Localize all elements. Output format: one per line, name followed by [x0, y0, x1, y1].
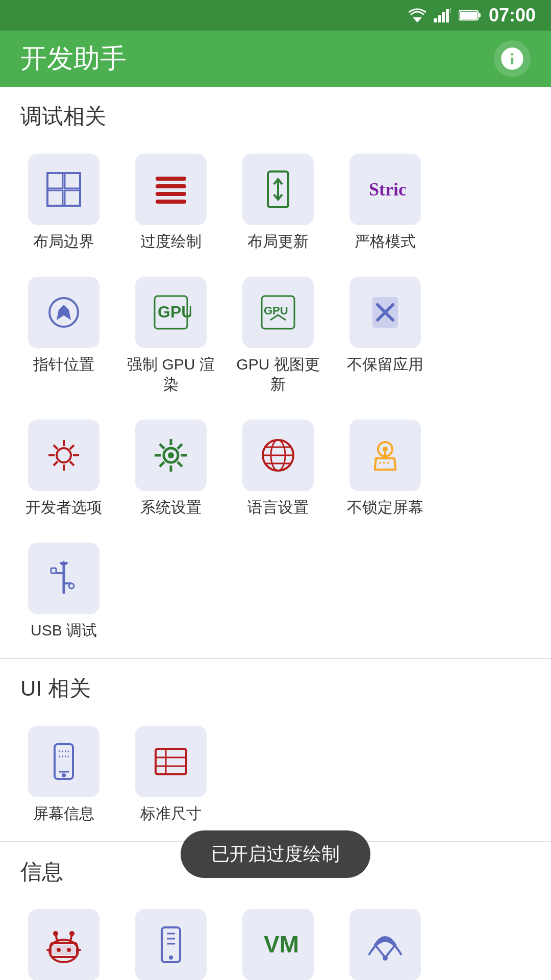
dev-options-icon	[43, 435, 84, 476]
svg-rect-1	[434, 18, 437, 22]
icon-standard-size	[135, 726, 207, 797]
label-layout-update: 布局更新	[247, 231, 309, 251]
wifi-icon	[409, 8, 426, 22]
label-language: 语言设置	[247, 497, 309, 517]
svg-point-76	[69, 931, 74, 936]
svg-line-45	[160, 462, 164, 467]
item-hardware[interactable]: 硬件	[120, 899, 222, 980]
svg-text:GPU: GPU	[264, 304, 288, 317]
item-pointer[interactable]: 指针位置	[13, 266, 115, 404]
gpu-view-update-icon: GPU	[258, 292, 298, 333]
svg-rect-12	[47, 190, 63, 206]
item-language[interactable]: 语言设置	[227, 409, 329, 527]
gpu-render-icon: GPU	[151, 292, 191, 333]
svg-point-65	[62, 773, 66, 777]
icon-pointer	[28, 277, 99, 348]
svg-rect-66	[156, 749, 186, 774]
ui-grid: 屏幕信息 标准尺寸	[0, 713, 551, 836]
svg-line-43	[178, 462, 182, 467]
no-keep-icon	[365, 292, 406, 333]
label-screen-info: 屏幕信息	[33, 803, 94, 823]
label-strict-mode: 严格模式	[355, 231, 416, 251]
overdraw-icon	[151, 169, 191, 210]
debug-grid: 布局边界 过度绘制	[0, 141, 551, 653]
item-usb-debug[interactable]: USB 调试	[13, 532, 115, 650]
status-time: 07:00	[489, 5, 536, 26]
status-icons: H 07:00	[409, 5, 536, 26]
label-standard-size: 标准尺寸	[140, 803, 202, 823]
vm-icon: VM	[258, 924, 298, 965]
svg-rect-4	[446, 9, 449, 22]
item-standard-size[interactable]: 标准尺寸	[120, 716, 222, 834]
label-no-lock: 不锁定屏幕	[347, 497, 423, 517]
item-layout-border[interactable]: 布局边界	[13, 143, 115, 261]
icon-overdraw	[135, 154, 207, 225]
svg-point-52	[383, 447, 388, 452]
item-strict-mode[interactable]: Strict 严格模式	[334, 143, 436, 261]
svg-rect-16	[156, 192, 186, 196]
app-title: 开发助手	[20, 41, 127, 77]
item-system[interactable]: 系统	[13, 899, 115, 980]
label-system-settings: 系统设置	[140, 497, 202, 517]
icon-gpu-view-update: GPU	[242, 277, 314, 348]
info-button[interactable]	[494, 40, 531, 77]
svg-rect-11	[65, 173, 80, 188]
svg-line-42	[160, 444, 164, 449]
icon-network	[349, 909, 421, 980]
item-network[interactable]: 网络相关	[334, 899, 436, 980]
icon-no-lock	[349, 420, 421, 491]
svg-rect-14	[156, 177, 186, 181]
item-screen-info[interactable]: 屏幕信息	[13, 716, 115, 834]
svg-point-83	[169, 955, 173, 960]
svg-point-77	[57, 948, 61, 952]
svg-point-59	[69, 583, 74, 589]
svg-line-44	[178, 444, 182, 449]
language-icon	[258, 435, 298, 476]
icon-layout-update	[242, 154, 314, 225]
toolbar: 开发助手	[0, 31, 551, 87]
svg-text:Strict: Strict	[369, 179, 406, 200]
label-gpu-view-update: GPU 视图更新	[232, 354, 324, 394]
item-gpu-render[interactable]: GPU 强制 GPU 渲染	[120, 266, 222, 404]
label-dev-options: 开发者选项	[26, 497, 102, 517]
item-overdraw[interactable]: 过度绘制	[120, 143, 222, 261]
svg-point-75	[53, 931, 58, 936]
icon-usb-debug	[28, 543, 99, 614]
item-system-settings[interactable]: 系统设置	[120, 409, 222, 527]
svg-point-78	[67, 948, 71, 952]
icon-dev-options	[28, 420, 99, 491]
battery-icon	[459, 9, 481, 21]
icon-hardware	[135, 909, 207, 980]
section-debug: 调试相关 布局边界	[0, 87, 551, 659]
signal-icon: H	[434, 8, 451, 22]
icon-gpu-render: GPU	[135, 277, 207, 348]
svg-rect-13	[65, 190, 80, 206]
label-pointer: 指针位置	[33, 354, 94, 374]
android-icon	[43, 924, 84, 965]
network-icon	[365, 924, 406, 965]
info-grid: 系统 硬件 VM	[0, 896, 551, 980]
svg-text:H: H	[450, 8, 451, 15]
item-gpu-view-update[interactable]: GPU GPU 视图更新	[227, 266, 329, 404]
svg-marker-0	[413, 17, 422, 22]
item-no-lock[interactable]: 不锁定屏幕	[334, 409, 436, 527]
item-dev-options[interactable]: 开发者选项	[13, 409, 115, 527]
svg-rect-8	[460, 12, 477, 19]
label-overdraw: 过度绘制	[140, 231, 202, 251]
svg-text:VM: VM	[264, 931, 298, 958]
layout-update-icon	[258, 169, 298, 210]
svg-rect-58	[51, 568, 56, 573]
svg-rect-15	[156, 184, 186, 188]
item-vm[interactable]: VM 虚拟机	[227, 899, 329, 980]
item-layout-update[interactable]: 布局更新	[227, 143, 329, 261]
item-no-keep[interactable]: 不保留应用	[334, 266, 436, 404]
svg-rect-9	[47, 173, 80, 206]
info-icon	[499, 45, 525, 72]
icon-strict-mode: Strict	[349, 154, 421, 225]
strict-mode-icon: Strict	[365, 169, 406, 210]
label-no-keep: 不保留应用	[347, 354, 423, 374]
layout-border-icon	[43, 169, 84, 210]
svg-rect-2	[438, 15, 441, 22]
icon-vm: VM	[242, 909, 314, 980]
svg-line-33	[70, 461, 74, 465]
